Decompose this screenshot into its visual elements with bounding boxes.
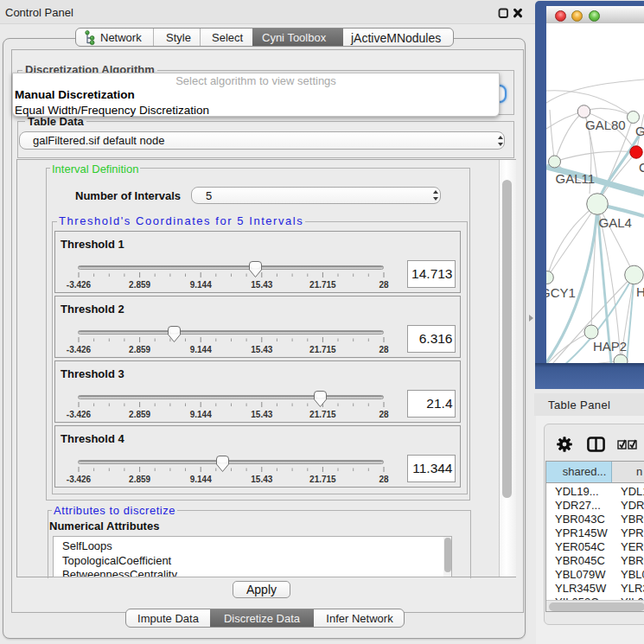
svg-text:GAL80: GAL80 [585,118,626,132]
svg-text:HAP2: HAP2 [593,339,627,354]
svg-text:H: H [636,284,644,299]
svg-text:GCY1: GCY1 [546,285,576,300]
svg-text:C: C [639,160,644,175]
svg-text:GAL4: GAL4 [599,215,632,230]
svg-text:G: G [635,124,644,138]
svg-text:GAL11: GAL11 [556,171,596,186]
